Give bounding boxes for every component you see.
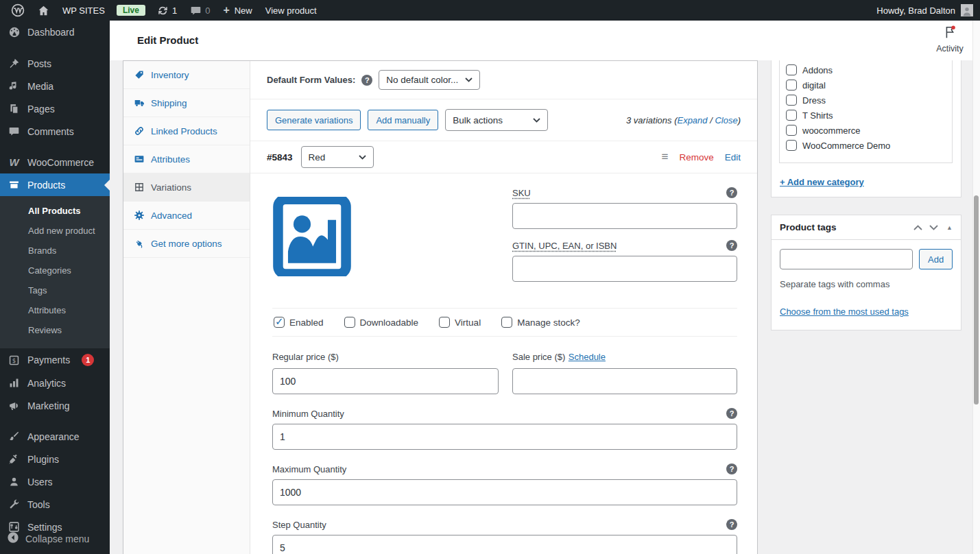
help-icon[interactable]: ? (726, 519, 737, 530)
default-color-select[interactable]: No default color... (379, 70, 480, 90)
sale-price-label: Sale price ($) (512, 352, 565, 362)
checkbox-icon[interactable] (501, 317, 512, 328)
visit-site-home-icon[interactable] (34, 5, 53, 16)
category-item[interactable]: digital (780, 77, 952, 93)
most-used-tags-link[interactable]: Choose from the most used tags (780, 306, 909, 317)
enabled-checkbox[interactable]: Enabled (274, 317, 324, 328)
sidebar-item-posts[interactable]: Posts (0, 52, 110, 75)
avatar[interactable] (961, 4, 973, 16)
checkbox-icon[interactable] (439, 317, 450, 328)
sale-price-input[interactable] (512, 368, 737, 394)
submenu-categories[interactable]: Categories (0, 261, 110, 280)
site-name[interactable]: WP SITES (58, 5, 109, 16)
submenu-reviews[interactable]: Reviews (0, 320, 110, 340)
tab-attributes[interactable]: Attributes (123, 145, 250, 173)
tab-variations[interactable]: Variations (123, 173, 250, 202)
view-product-link[interactable]: View product (261, 5, 321, 16)
help-icon[interactable]: ? (726, 240, 737, 251)
generate-variations-button[interactable]: Generate variations (267, 110, 361, 130)
category-item[interactable]: WooCommerce Demo (780, 138, 952, 153)
bulk-actions-select[interactable]: Bulk actions (445, 109, 548, 131)
downloadable-checkbox[interactable]: Downloadable (344, 317, 419, 328)
sidebar-item-dashboard[interactable]: Dashboard (0, 21, 110, 44)
tab-label: Linked Products (151, 126, 217, 136)
toggle-panel-icon[interactable]: ▲ (946, 224, 953, 231)
submenu-attributes[interactable]: Attributes (0, 300, 110, 320)
products-submenu: All Products Add new product Brands Cate… (0, 196, 110, 348)
tab-get-more-options[interactable]: Get more options (123, 230, 250, 258)
tab-linked-products[interactable]: Linked Products (123, 117, 250, 145)
tab-shipping[interactable]: Shipping (123, 89, 250, 117)
submenu-tags[interactable]: Tags (0, 280, 110, 300)
move-down-icon[interactable] (929, 225, 938, 230)
help-icon[interactable]: ? (726, 463, 737, 474)
activity-panel-button[interactable]: Activity (928, 25, 972, 53)
help-icon[interactable]: ? (726, 408, 737, 419)
remove-variation-link[interactable]: Remove (679, 152, 713, 162)
checkbox-icon[interactable] (786, 95, 797, 106)
submenu-add-new-product[interactable]: Add new product (0, 221, 110, 241)
expand-link[interactable]: Expand (677, 115, 707, 125)
gtin-input[interactable] (512, 256, 737, 282)
category-item[interactable]: woocommerce (780, 123, 952, 138)
category-item[interactable]: Addons (780, 62, 952, 77)
tab-inventory[interactable]: Inventory (123, 61, 250, 89)
wordpress-logo-icon[interactable] (7, 3, 29, 17)
screen: WP SITES Live 1 0 + New View product How (0, 0, 980, 554)
comments-item[interactable]: 0 (186, 5, 214, 16)
minimum-quantity-input[interactable] (272, 424, 737, 450)
regular-price-input[interactable] (272, 368, 499, 394)
howdy-account-link[interactable]: Howdy, Brad Dalton (876, 5, 955, 16)
checkbox-icon[interactable] (786, 140, 797, 151)
maximum-quantity-input[interactable] (272, 479, 737, 505)
sidebar-item-marketing[interactable]: Marketing (0, 394, 110, 417)
drag-handle-icon[interactable]: ≡ (662, 150, 669, 164)
checkbox-checked-icon[interactable] (274, 317, 285, 328)
category-item[interactable]: T Shirts (780, 108, 952, 123)
submenu-all-products[interactable]: All Products (0, 201, 110, 221)
tab-advanced[interactable]: Advanced (123, 202, 250, 230)
checkbox-icon[interactable] (786, 80, 797, 91)
sidebar-item-woocommerce[interactable]: W WooCommerce (0, 151, 110, 173)
sidebar-item-analytics[interactable]: Analytics (0, 372, 110, 394)
sku-input[interactable] (512, 203, 737, 229)
checkbox-icon[interactable] (344, 317, 355, 328)
new-content-button[interactable]: + New (219, 4, 256, 16)
virtual-checkbox[interactable]: Virtual (439, 317, 481, 328)
category-item[interactable]: Dress (780, 93, 952, 108)
add-manually-button[interactable]: Add manually (368, 110, 438, 130)
variation-attribute-select[interactable]: Red (301, 146, 374, 168)
checkbox-icon[interactable] (786, 110, 797, 121)
sidebar-item-plugins[interactable]: Plugins (0, 448, 110, 470)
sidebar-item-appearance[interactable]: Appearance (0, 425, 110, 448)
sidebar-item-products[interactable]: Products (0, 173, 110, 196)
submenu-brands[interactable]: Brands (0, 241, 110, 261)
checkbox-icon[interactable] (786, 125, 797, 136)
help-icon[interactable]: ? (361, 75, 372, 86)
schedule-link[interactable]: Schedule (569, 352, 606, 362)
sidebar-item-pages[interactable]: Pages (0, 97, 110, 120)
close-link[interactable]: Close (715, 115, 737, 125)
sidebar-item-tools[interactable]: Tools (0, 493, 110, 516)
activity-flag-icon (942, 25, 957, 40)
content-area: Edit Product Activity Inventory (110, 21, 980, 554)
collapse-menu-button[interactable]: Collapse menu (0, 526, 110, 551)
updates-item[interactable]: 1 (153, 5, 181, 16)
page-scrollbar-thumb[interactable] (974, 195, 979, 405)
checkbox-icon[interactable] (786, 64, 797, 75)
add-new-category-link[interactable]: + Add new category (780, 177, 864, 187)
sidebar-item-payments[interactable]: $ Payments 1 (0, 348, 110, 372)
add-tag-button[interactable]: Add (919, 249, 953, 269)
sidebar-item-media[interactable]: Media (0, 75, 110, 97)
help-icon[interactable]: ? (726, 187, 737, 198)
manage-stock-checkbox[interactable]: Manage stock? (501, 317, 580, 328)
sidebar-item-comments[interactable]: Comments (0, 120, 110, 143)
new-tag-input[interactable] (780, 249, 913, 269)
move-up-icon[interactable] (913, 225, 922, 230)
sidebar-item-users[interactable]: Users (0, 470, 110, 493)
variation-row-header: #5843 Red ≡ Remove Edit (250, 141, 757, 173)
updates-icon (157, 5, 169, 16)
step-quantity-input[interactable] (272, 535, 737, 554)
variation-image-upload[interactable] (272, 197, 352, 293)
edit-variation-link[interactable]: Edit (725, 152, 741, 162)
